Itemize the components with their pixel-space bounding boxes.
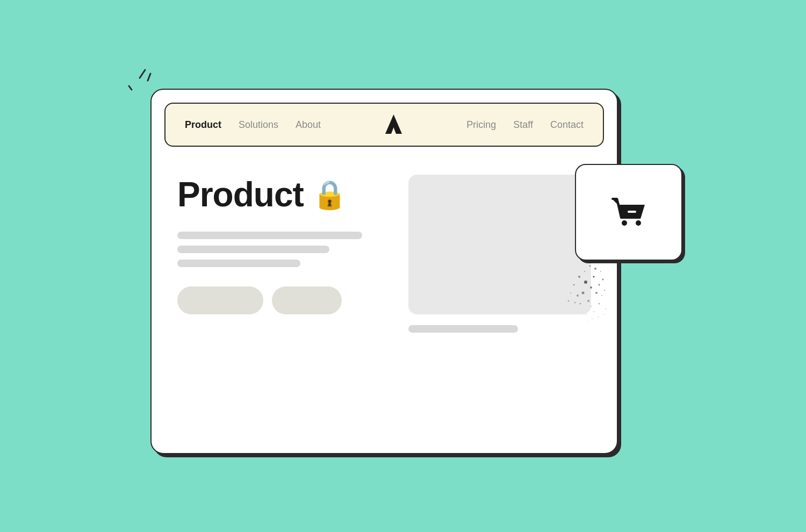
cart-icon — [607, 191, 650, 234]
hero-title-text: Product — [177, 175, 304, 214]
svg-rect-35 — [628, 211, 636, 213]
svg-point-16 — [577, 294, 579, 297]
svg-line-2 — [129, 86, 132, 90]
hero-title-group: Product 🔒 — [177, 175, 383, 214]
svg-point-26 — [570, 292, 571, 293]
svg-point-18 — [604, 290, 605, 291]
svg-point-4 — [590, 286, 592, 289]
svg-point-11 — [580, 303, 581, 305]
hero-image-placeholder — [408, 175, 591, 314]
svg-point-31 — [592, 318, 593, 319]
svg-point-17 — [574, 302, 576, 304]
svg-point-32 — [587, 321, 588, 322]
svg-point-15 — [585, 314, 586, 315]
nav-item-product[interactable]: Product — [185, 119, 221, 131]
svg-point-27 — [568, 300, 570, 302]
svg-point-12 — [591, 306, 592, 307]
hero-section: Product 🔒 — [152, 147, 617, 354]
nav-item-about[interactable]: About — [296, 119, 321, 131]
nav-item-solutions[interactable]: Solutions — [239, 119, 278, 131]
text-line-3 — [177, 260, 300, 267]
svg-point-19 — [602, 279, 604, 281]
svg-point-23 — [584, 271, 585, 272]
sparkle-decoration — [124, 67, 156, 99]
nav-item-staff[interactable]: Staff — [513, 119, 533, 131]
svg-point-29 — [603, 314, 604, 315]
hero-right — [408, 175, 591, 333]
svg-point-24 — [578, 276, 580, 278]
svg-point-6 — [593, 276, 595, 278]
text-line-1 — [177, 232, 362, 239]
cta-buttons-group — [177, 286, 383, 314]
svg-point-3 — [584, 281, 587, 284]
svg-point-20 — [600, 271, 601, 272]
cta-secondary-button[interactable] — [272, 286, 342, 314]
hero-left: Product 🔒 — [177, 175, 383, 314]
svg-point-8 — [587, 300, 589, 302]
svg-point-21 — [594, 268, 596, 270]
svg-point-33 — [622, 220, 627, 226]
svg-point-9 — [599, 284, 600, 286]
image-caption-line — [408, 325, 518, 333]
svg-line-0 — [140, 70, 145, 78]
svg-point-30 — [606, 308, 607, 310]
nav-item-pricing[interactable]: Pricing — [466, 119, 496, 131]
brand-logo[interactable] — [384, 113, 404, 136]
svg-point-34 — [636, 220, 641, 226]
cart-popup-card — [575, 164, 682, 261]
svg-point-14 — [593, 311, 594, 312]
cta-primary-button[interactable] — [177, 286, 263, 314]
nav-item-contact[interactable]: Contact — [550, 119, 584, 131]
nav-left: Product Solutions About — [185, 119, 321, 131]
lock-icon: 🔒 — [312, 178, 347, 211]
browser-card: Product Solutions About Pricing Staff Co… — [150, 89, 618, 454]
svg-point-25 — [573, 284, 575, 286]
svg-point-5 — [582, 292, 585, 294]
svg-point-13 — [599, 303, 600, 305]
svg-line-1 — [148, 74, 150, 81]
navbar: Product Solutions About Pricing Staff Co… — [164, 103, 604, 147]
text-line-2 — [177, 246, 329, 253]
hero-text-lines — [177, 232, 383, 267]
nav-right: Pricing Staff Contact — [466, 119, 584, 131]
svg-point-7 — [595, 292, 598, 294]
svg-point-22 — [589, 265, 591, 267]
svg-point-10 — [601, 295, 602, 296]
svg-point-28 — [598, 317, 599, 318]
scene: Product Solutions About Pricing Staff Co… — [107, 56, 699, 476]
